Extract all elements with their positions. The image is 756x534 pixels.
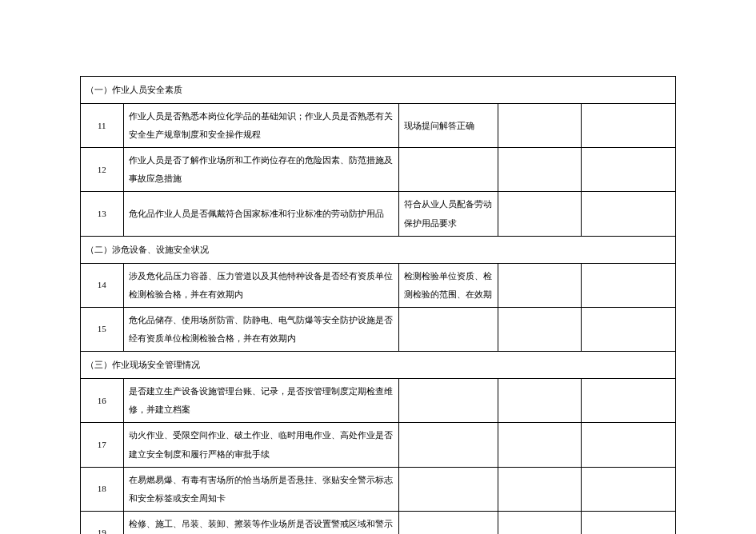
row-desc: 是否建立生产设备设施管理台账、记录，是否按管理制度定期检查维修，并建立档案 [123,379,398,423]
row-blank [581,511,675,534]
table-row: 18 在易燃易爆、有毒有害场所的恰当场所是否悬挂、张贴安全警示标志和安全标签或安… [81,467,676,511]
section-title: （三）作业现场安全管理情况 [81,352,676,379]
row-remark: 现场提问解答正确 [398,104,498,148]
row-desc: 动火作业、受限空间作业、破土作业、临时用电作业、高处作业是否建立安全制度和履行严… [123,423,398,467]
row-remark: 符合从业人员配备劳动保护用品要求 [398,192,498,236]
row-blank [581,104,675,148]
row-blank [581,192,675,236]
row-remark [398,379,498,423]
row-number: 11 [81,104,124,148]
table-section-header: （二）涉危设备、设施安全状况 [81,236,676,263]
row-blank [581,423,675,467]
table-row: 16 是否建立生产设备设施管理台账、记录，是否按管理制度定期检查维修，并建立档案 [81,379,676,423]
row-number: 17 [81,423,124,467]
row-remark [398,511,498,534]
row-number: 12 [81,148,124,192]
table-row: 17 动火作业、受限空间作业、破土作业、临时用电作业、高处作业是否建立安全制度和… [81,423,676,467]
row-blank [581,379,675,423]
row-blank [498,307,581,351]
row-desc: 涉及危化品压力容器、压力管道以及其他特种设备是否经有资质单位检测检验合格，并在有… [123,263,398,307]
row-remark [398,467,498,511]
row-blank [498,263,581,307]
row-desc: 作业人员是否熟悉本岗位化学品的基础知识；作业人员是否熟悉有关安全生产规章制度和安… [123,104,398,148]
row-desc: 在易燃易爆、有毒有害场所的恰当场所是否悬挂、张贴安全警示标志和安全标签或安全周知… [123,467,398,511]
row-number: 15 [81,307,124,351]
row-blank [498,192,581,236]
row-remark [398,148,498,192]
table-row: 11 作业人员是否熟悉本岗位化学品的基础知识；作业人员是否熟悉有关安全生产规章制… [81,104,676,148]
row-remark [398,423,498,467]
row-blank [581,148,675,192]
row-remark [398,307,498,351]
safety-inspection-table: （一）作业人员安全素质 11 作业人员是否熟悉本岗位化学品的基础知识；作业人员是… [80,76,676,534]
row-remark: 检测检验单位资质、检测检验的范围、在效期 [398,263,498,307]
row-number: 16 [81,379,124,423]
table-row: 15 危化品储存、使用场所防雷、防静电、电气防爆等安全防护设施是否经有资质单位检… [81,307,676,351]
row-number: 19 [81,511,124,534]
row-blank [498,423,581,467]
section-title: （一）作业人员安全素质 [81,77,676,104]
row-blank [498,104,581,148]
row-blank [498,379,581,423]
table-row: 13 危化品作业人员是否佩戴符合国家标准和行业标准的劳动防护用品 符合从业人员配… [81,192,676,236]
row-number: 18 [81,467,124,511]
table-section-header: （三）作业现场安全管理情况 [81,352,676,379]
table-section-header: （一）作业人员安全素质 [81,77,676,104]
row-blank [581,307,675,351]
row-blank [498,467,581,511]
row-blank [581,467,675,511]
row-desc: 作业人员是否了解作业场所和工作岗位存在的危险因素、防范措施及事故应急措施 [123,148,398,192]
row-desc: 危化品储存、使用场所防雷、防静电、电气防爆等安全防护设施是否经有资质单位检测检验… [123,307,398,351]
section-title: （二）涉危设备、设施安全状况 [81,236,676,263]
table-row: 19 检修、施工、吊装、装卸、擦装等作业场所是否设置警戒区域和警示标志 [81,511,676,534]
table-row: 12 作业人员是否了解作业场所和工作岗位存在的危险因素、防范措施及事故应急措施 [81,148,676,192]
row-number: 13 [81,192,124,236]
row-blank [498,148,581,192]
row-number: 14 [81,263,124,307]
row-desc: 危化品作业人员是否佩戴符合国家标准和行业标准的劳动防护用品 [123,192,398,236]
table-row: 14 涉及危化品压力容器、压力管道以及其他特种设备是否经有资质单位检测检验合格，… [81,263,676,307]
row-desc: 检修、施工、吊装、装卸、擦装等作业场所是否设置警戒区域和警示标志 [123,511,398,534]
row-blank [498,511,581,534]
row-blank [581,263,675,307]
